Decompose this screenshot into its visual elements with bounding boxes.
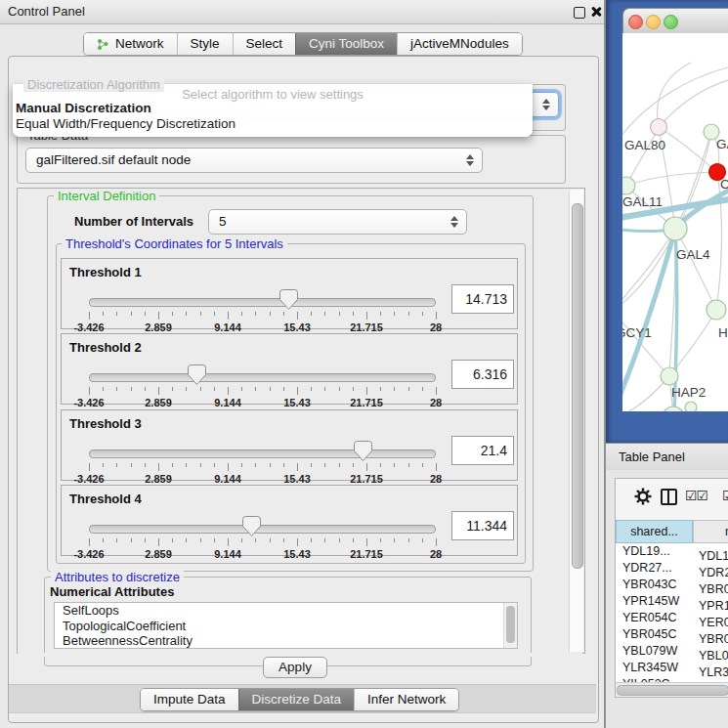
combo-arrows-icon — [450, 215, 459, 229]
slider-handle[interactable] — [354, 441, 372, 461]
node[interactable] — [663, 407, 684, 411]
list-scrollbar[interactable] — [503, 603, 517, 648]
list-item[interactable]: SelfLoops — [55, 603, 517, 619]
tab-network[interactable]: Network — [84, 33, 177, 55]
tab-label: Style — [191, 33, 220, 55]
minimize-traffic-light-icon[interactable] — [646, 15, 661, 29]
tab-impute-data[interactable]: Impute Data — [141, 689, 238, 710]
column-header-name[interactable]: na — [693, 520, 728, 543]
horizontal-scrollbar[interactable] — [616, 682, 728, 696]
node-gal80[interactable] — [651, 119, 667, 136]
interval-definition-title: Interval Definition — [54, 189, 159, 203]
slider-ticks — [89, 463, 436, 472]
close-icon[interactable] — [590, 6, 602, 18]
select-columns-icon-partial[interactable]: ☑ — [722, 488, 728, 503]
threshold-4-value-field[interactable]: 11.344 — [451, 511, 514, 540]
table-row[interactable]: YDR27...YDR2 — [616, 560, 728, 577]
number-of-intervals-label: Number of Intervals — [74, 214, 193, 229]
slider-handle[interactable] — [279, 289, 298, 310]
table-row[interactable]: YPR145WYPR1 — [616, 593, 728, 610]
node-label-gcy1: GCY1 — [622, 325, 652, 340]
popup-option-equal-width[interactable]: Equal Width/Frequency Discretization — [16, 116, 236, 131]
tab-label: Infer Network — [367, 689, 446, 710]
table-body: YDL19...YDL1 YDR27...YDR2 YBR043CYBR0 YP… — [616, 543, 728, 682]
threshold-4-slider[interactable]: -3.4262.8599.14415.4321.71528 — [89, 486, 436, 555]
threshold-2-value-field[interactable]: 6.316 — [451, 360, 514, 389]
select-columns-icon[interactable]: ☑☑ — [685, 488, 707, 503]
threshold-3-panel: Threshold 3 -3.4262.8599.14415.4321.7152… — [61, 409, 518, 481]
close-traffic-light-icon[interactable] — [628, 15, 643, 29]
threshold-2-slider[interactable]: -3.4262.8599.14415.4321.71528 — [89, 334, 436, 404]
tab-label: Cyni Toolbox — [309, 33, 384, 55]
node[interactable] — [685, 402, 697, 411]
tab-style[interactable]: Style — [177, 33, 233, 55]
top-tab-bar: Network Style Select Cyni Toolbox jActiv… — [83, 32, 523, 56]
slider-tick-labels: -3.4262.8599.14415.4321.71528 — [89, 548, 436, 560]
attributes-group-title: Attributes to discretize — [51, 570, 184, 584]
slider-tick-labels: -3.4262.8599.14415.4321.71528 — [89, 397, 436, 408]
tab-label: Select — [246, 33, 283, 55]
tab-discretize-data[interactable]: Discretize Data — [238, 689, 355, 710]
table-row[interactable]: YBR043CYBR0 — [616, 577, 728, 593]
split-columns-icon[interactable] — [661, 489, 677, 505]
network-icon — [97, 38, 109, 51]
popup-option-manual[interactable]: Manual Discretization — [16, 101, 151, 115]
column-header-shared-name[interactable]: shared... — [616, 520, 693, 543]
tab-infer-network[interactable]: Infer Network — [354, 689, 458, 710]
slider-track[interactable] — [89, 525, 436, 534]
node-gal4[interactable] — [664, 217, 687, 240]
slider-ticks — [89, 387, 436, 396]
slider-track[interactable] — [89, 450, 436, 458]
table-row[interactable]: YBR045CYBR0 — [616, 626, 728, 643]
scrollbar-thumb[interactable] — [572, 203, 583, 569]
scrollbar-thumb[interactable] — [506, 606, 515, 643]
node-label-partial: GA — [716, 137, 728, 151]
slider-track[interactable] — [89, 373, 436, 382]
table-data-combobox[interactable]: galFiltered.sif default node — [25, 148, 483, 173]
node-gal11[interactable] — [622, 177, 635, 194]
node-hap2[interactable] — [661, 367, 678, 385]
node-label-partial: C — [720, 177, 728, 192]
threshold-1-value-field[interactable]: 14.713 — [451, 284, 514, 314]
slider-ticks — [89, 312, 436, 321]
settings-gear-icon[interactable] — [634, 488, 652, 505]
node[interactable] — [707, 300, 726, 320]
slider-handle[interactable] — [188, 364, 206, 385]
table-row[interactable]: YBL079WYBL0 — [616, 643, 728, 660]
numerical-attributes-list[interactable]: SelfLoops TopologicalCoefficient Between… — [54, 602, 518, 649]
tab-label: Discretize Data — [252, 689, 342, 710]
bottom-tab-bar: Impute Data Discretize Data Infer Networ… — [140, 688, 459, 711]
zoom-traffic-light-icon[interactable] — [664, 15, 678, 29]
discretization-algorithm-title: Discretization Algorithm — [23, 77, 164, 92]
scrollbar-thumb[interactable] — [617, 685, 728, 696]
tab-jactivemnodules[interactable]: jActiveMNodules — [397, 33, 522, 55]
list-item[interactable]: BetweennessCentrality — [55, 633, 517, 649]
threshold-3-value-field[interactable]: 21.4 — [451, 436, 514, 465]
threshold-3-slider[interactable]: -3.4262.8599.14415.4321.71528 — [89, 410, 436, 480]
threshold-1-slider[interactable]: -3.4262.8599.14415.4321.71528 — [89, 259, 436, 328]
apply-button[interactable]: Apply — [263, 657, 327, 678]
table-row[interactable]: YDL19...YDL1 — [616, 543, 728, 560]
network-window-titlebar[interactable] — [622, 8, 728, 35]
thresholds-group-title: Threshold's Coordinates for 5 Intervals — [62, 236, 287, 251]
algorithm-popup: Select algorithm to view settings Manual… — [13, 84, 533, 137]
tab-label: Network — [115, 33, 164, 55]
slider-handle[interactable] — [242, 516, 261, 536]
slider-track[interactable] — [89, 298, 436, 307]
float-window-icon[interactable] — [574, 7, 585, 19]
node-label-gal80: GAL80 — [624, 138, 665, 152]
threshold-4-panel: Threshold 4 -3.4262.8599.14415.4321.7152… — [61, 485, 518, 556]
network-view-canvas[interactable]: GAL80 GA C GAL11 GAL4 GCY1 H HAP2 — [622, 33, 728, 411]
screen: Control Panel Network Style Select Cyni … — [0, 0, 728, 728]
tab-cyni-toolbox[interactable]: Cyni Toolbox — [295, 33, 397, 55]
number-of-intervals-combobox[interactable]: 5 — [208, 209, 467, 235]
list-item[interactable]: TopologicalCoefficient — [55, 619, 517, 634]
numerical-attributes-label: Numerical Attributes — [50, 584, 174, 599]
node-label-partial: H — [718, 325, 728, 340]
table-row[interactable]: YER054CYER0 — [616, 610, 728, 626]
tab-select[interactable]: Select — [233, 33, 296, 55]
node-label-hap2: HAP2 — [671, 385, 706, 400]
table-row[interactable]: YLR345WYLR3 — [616, 660, 728, 676]
node-table: ☑☑ ☑ shared... na YDL19...YDL1 YDR27...Y… — [615, 478, 728, 698]
vertical-scrollbar[interactable] — [569, 190, 583, 652]
